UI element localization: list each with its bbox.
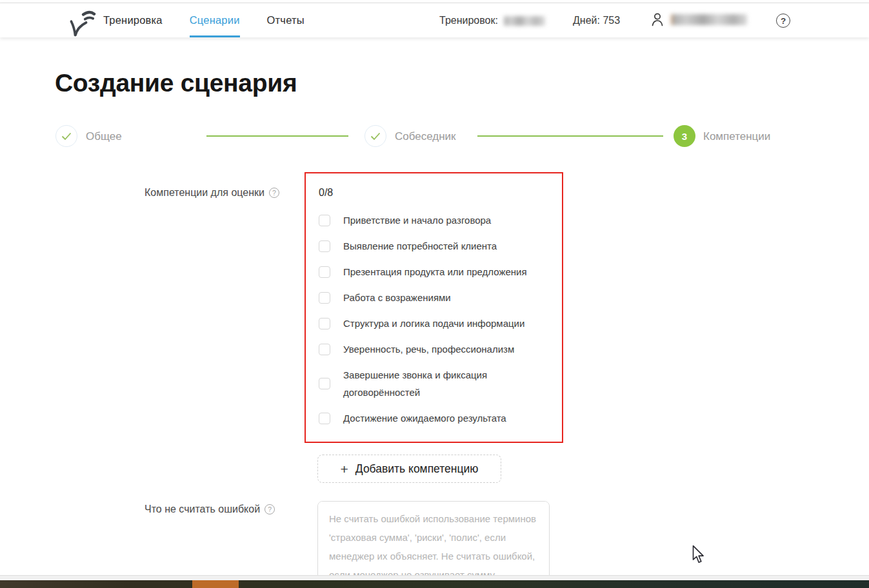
competencies-list: Приветствие и начало разговора Выявление… bbox=[319, 211, 550, 427]
step-2-label: Собеседник bbox=[395, 130, 456, 143]
competency-row: Структура и логика подачи информации bbox=[319, 315, 550, 332]
step-connector bbox=[477, 135, 663, 137]
competencies-field-label: Компетенции для оценки ? bbox=[145, 187, 279, 199]
help-icon[interactable]: ? bbox=[776, 14, 790, 28]
trainings-counter: Тренировок: bbox=[439, 14, 545, 27]
add-competency-button[interactable]: + Добавить компетенцию bbox=[317, 455, 501, 483]
step-2-circle[interactable] bbox=[365, 125, 386, 147]
field-label-text: Компетенции для оценки bbox=[145, 187, 265, 199]
person-icon bbox=[650, 12, 664, 27]
add-competency-label: Добавить компетенцию bbox=[355, 462, 479, 476]
tab-reports[interactable]: Отчеты bbox=[267, 3, 305, 37]
main-nav: Тренировка Сценарии Отчеты bbox=[103, 3, 305, 37]
competency-label: Работа с возражениями bbox=[343, 289, 451, 306]
tab-label: Отчеты bbox=[267, 14, 305, 26]
competency-row: Уверенность, речь, профессионализм bbox=[319, 340, 550, 358]
check-icon bbox=[370, 132, 381, 141]
competency-label: Достижение ожидаемого результата bbox=[343, 409, 506, 427]
competency-label: Структура и логика подачи информации bbox=[343, 315, 524, 332]
competency-row: Презентация продукта или предложения bbox=[319, 263, 550, 280]
mouse-cursor bbox=[692, 545, 704, 564]
app-logo-bird-icon[interactable] bbox=[61, 7, 96, 38]
tab-scenarios[interactable]: Сценарии bbox=[190, 3, 240, 37]
competency-checkbox[interactable] bbox=[319, 240, 330, 252]
user-name-blurred bbox=[671, 14, 747, 25]
competency-label: Завершение звонка и фиксация договорённо… bbox=[343, 366, 550, 401]
competencies-highlight-box: 0/8 Приветствие и начало разговора Выявл… bbox=[305, 172, 563, 443]
days-label: Дней: 753 bbox=[573, 15, 620, 26]
step-1-label: Общее bbox=[86, 130, 122, 143]
help-glyph: ? bbox=[781, 16, 786, 26]
user-menu[interactable] bbox=[650, 12, 747, 27]
competency-checkbox[interactable] bbox=[319, 378, 330, 389]
competency-checkbox[interactable] bbox=[319, 318, 330, 329]
step-connector bbox=[206, 135, 348, 137]
competency-label: Уверенность, речь, профессионализм bbox=[343, 340, 514, 358]
competency-checkbox[interactable] bbox=[319, 266, 330, 278]
competencies-counter: 0/8 bbox=[319, 187, 550, 199]
app-header: Тренировка Сценарии Отчеты Тренировок: Д… bbox=[0, 3, 869, 37]
competency-row: Выявление потребностей клиента bbox=[319, 237, 550, 255]
competency-checkbox[interactable] bbox=[319, 292, 330, 304]
help-icon[interactable]: ? bbox=[269, 188, 279, 198]
taskbar-orange-segment bbox=[192, 580, 239, 588]
field-label-text: Что не считать ошибкой bbox=[145, 504, 260, 515]
competency-row: Приветствие и начало разговора bbox=[319, 211, 550, 229]
tab-label: Тренировка bbox=[103, 14, 163, 26]
competency-checkbox[interactable] bbox=[319, 215, 330, 226]
check-icon bbox=[61, 132, 72, 141]
days-counter: Дней: 753 bbox=[573, 14, 620, 27]
desktop-taskbar-strip bbox=[0, 580, 869, 588]
competency-checkbox[interactable] bbox=[319, 413, 330, 424]
competency-row: Достижение ожидаемого результата bbox=[319, 409, 550, 427]
window-bottom-edge bbox=[0, 575, 869, 580]
page-title: Создание сценария bbox=[55, 69, 297, 97]
competency-label: Выявление потребностей клиента bbox=[343, 237, 497, 255]
tab-label: Сценарии bbox=[190, 14, 240, 26]
step-3-circle[interactable]: 3 bbox=[674, 125, 695, 147]
competency-row: Работа с возражениями bbox=[319, 289, 550, 306]
trainings-label: Тренировок: bbox=[439, 15, 498, 26]
trainings-value-blurred bbox=[504, 16, 545, 26]
competency-label: Презентация продукта или предложения bbox=[343, 263, 527, 280]
competency-checkbox[interactable] bbox=[319, 344, 330, 355]
step-1-circle[interactable] bbox=[55, 125, 77, 147]
competency-label: Приветствие и начало разговора bbox=[343, 211, 491, 229]
step-3-label: Компетенции bbox=[703, 130, 770, 143]
tab-trainings[interactable]: Тренировка bbox=[103, 3, 163, 37]
competency-row: Завершение звонка и фиксация договорённо… bbox=[319, 366, 550, 401]
errors-field-label: Что не считать ошибкой ? bbox=[145, 504, 275, 515]
active-tab-underline bbox=[190, 35, 240, 37]
help-icon[interactable]: ? bbox=[265, 504, 275, 514]
plus-icon: + bbox=[341, 462, 348, 476]
step-number: 3 bbox=[682, 131, 687, 142]
